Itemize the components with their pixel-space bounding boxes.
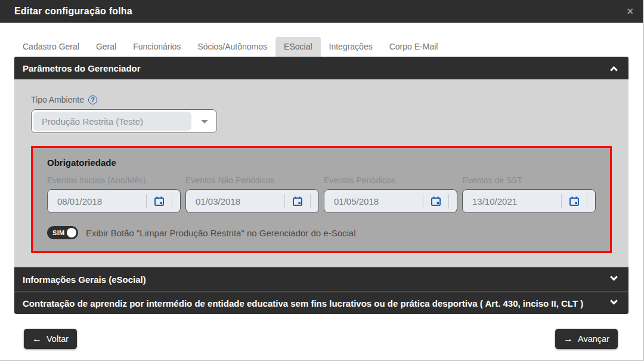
modal-footer: ← Voltar → Avançar xyxy=(0,314,643,349)
divider xyxy=(448,194,449,208)
back-button-label: Voltar xyxy=(47,334,69,344)
date-value: 08/01/2018 xyxy=(48,196,146,206)
toggle-row: SIM Exibir Botão "Limpar Produção Restri… xyxy=(47,226,596,239)
tipo-ambiente-select[interactable]: Produção Restrita (Teste) xyxy=(31,109,217,133)
obrigatoriedade-dates-row: Eventos Iniciais (Ano/Mês) 08/01/2018 xyxy=(47,175,596,213)
arrow-left-icon: ← xyxy=(32,334,42,344)
next-button[interactable]: → Avançar xyxy=(555,329,618,349)
calendar-icon[interactable] xyxy=(562,196,587,206)
date-label: Eventos de SST xyxy=(462,175,596,185)
date-label: Eventos Iniciais (Ano/Mês) xyxy=(47,175,181,185)
obrigatoriedade-box: Obrigatoriedade Eventos Iniciais (Ano/Mê… xyxy=(31,146,612,253)
tipo-ambiente-selected-value: Produção Restrita (Teste) xyxy=(33,112,191,131)
accordion-group: Parâmetros do Gerenciador Tipo Ambiente … xyxy=(14,57,628,314)
tab-esocial[interactable]: ESocial xyxy=(275,37,320,57)
chevron-up-icon xyxy=(610,66,618,73)
modal-title: Editar configuração folha xyxy=(14,6,627,17)
tipo-ambiente-label: Tipo Ambiente xyxy=(31,95,84,104)
edit-config-modal: Editar configuração folha × Cadastro Ger… xyxy=(0,0,644,361)
calendar-icon[interactable] xyxy=(423,196,448,206)
limpar-producao-toggle[interactable]: SIM xyxy=(47,226,78,239)
tab-cadastro-geral[interactable]: Cadastro Geral xyxy=(14,37,88,57)
date-label: Eventos Não Periódicos xyxy=(185,175,319,185)
tab-geral[interactable]: Geral xyxy=(88,37,125,57)
toggle-knob-icon xyxy=(67,228,76,237)
toggle-description: Exibir Botão "Limpar Produção Restrita" … xyxy=(86,228,356,238)
date-value: 01/03/2018 xyxy=(186,196,284,206)
obrigatoriedade-title: Obrigatoriedade xyxy=(47,158,596,168)
date-input-eventos-iniciais[interactable]: 08/01/2018 xyxy=(47,189,181,213)
calendar-icon[interactable] xyxy=(147,196,172,206)
tipo-ambiente-label-row: Tipo Ambiente ? xyxy=(31,95,612,104)
toggle-state-label: SIM xyxy=(52,229,67,236)
calendar-icon[interactable] xyxy=(285,196,310,206)
accordion-title: Informações Gerais (eSocial) xyxy=(23,274,146,285)
divider xyxy=(587,194,587,208)
next-button-label: Avançar xyxy=(578,334,609,344)
date-value: 01/05/2018 xyxy=(324,196,423,206)
close-icon[interactable]: × xyxy=(627,6,633,17)
date-col-eventos-nao-periodicos: Eventos Não Periódicos 01/03/2018 xyxy=(185,175,319,213)
date-input-eventos-nao-periodicos[interactable]: 01/03/2018 xyxy=(185,189,319,213)
divider xyxy=(172,194,172,208)
back-button[interactable]: ← Voltar xyxy=(24,329,77,349)
help-icon[interactable]: ? xyxy=(88,95,97,104)
date-input-eventos-sst[interactable]: 13/10/2021 xyxy=(462,189,596,213)
date-col-eventos-iniciais: Eventos Iniciais (Ano/Mês) 08/01/2018 xyxy=(47,175,181,213)
date-input-eventos-periodicos[interactable]: 01/05/2018 xyxy=(324,189,457,213)
accordion-header-parametros[interactable]: Parâmetros do Gerenciador xyxy=(14,57,628,79)
tab-integracoes[interactable]: Integrações xyxy=(321,37,381,57)
accordion-title: Parâmetros do Gerenciador xyxy=(23,63,141,73)
accordion-title: Contratação de aprendiz por intermédio d… xyxy=(23,298,583,308)
date-label: Eventos Periódicos xyxy=(324,175,457,185)
arrow-right-icon: → xyxy=(564,334,573,344)
parametros-body: Tipo Ambiente ? Produção Restrita (Teste… xyxy=(14,79,628,267)
modal-titlebar: Editar configuração folha × xyxy=(0,0,643,23)
date-value: 13/10/2021 xyxy=(463,196,561,206)
chevron-down-icon xyxy=(201,120,208,124)
chevron-down-icon xyxy=(610,297,618,304)
tab-socios-autonomos[interactable]: Sócios/Autônomos xyxy=(189,37,275,57)
date-col-eventos-sst: Eventos de SST 13/10/2021 xyxy=(462,175,596,213)
divider xyxy=(310,194,311,208)
tab-funcionarios[interactable]: Funcionários xyxy=(125,37,189,57)
accordion-header-informacoes-gerais[interactable]: Informações Gerais (eSocial) xyxy=(14,267,628,291)
tab-corpo-email[interactable]: Corpo E-Mail xyxy=(381,37,447,57)
tab-bar: Cadastro Geral Geral Funcionários Sócios… xyxy=(14,38,628,57)
chevron-down-icon xyxy=(610,273,618,280)
date-col-eventos-periodicos: Eventos Periódicos 01/05/2018 xyxy=(324,175,457,213)
accordion-header-contratacao-aprendiz[interactable]: Contratação de aprendiz por intermédio d… xyxy=(14,291,628,314)
